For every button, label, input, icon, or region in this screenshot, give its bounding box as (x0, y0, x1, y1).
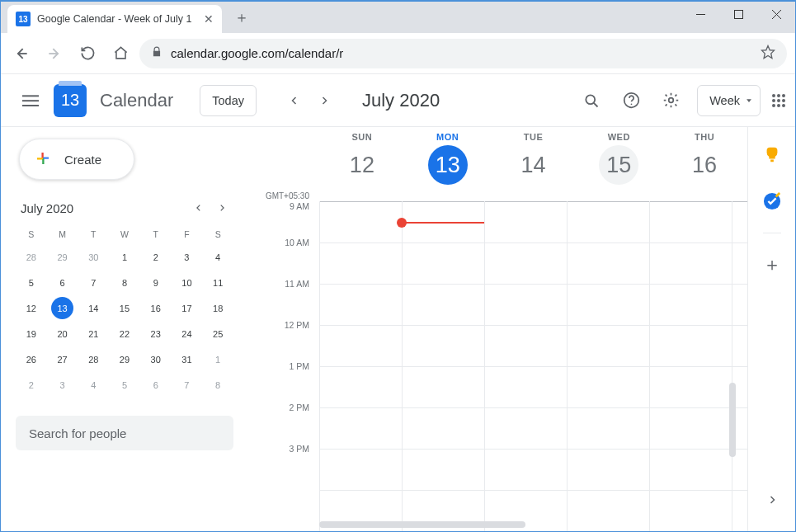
browser-tab[interactable]: 13 Google Calendar - Week of July 1 ✕ (7, 5, 222, 33)
grid-hour-line (319, 242, 747, 243)
bookmark-star-icon[interactable] (761, 45, 775, 63)
mini-day-cell[interactable]: 19 (20, 322, 42, 345)
mini-day-cell[interactable]: 24 (176, 322, 198, 345)
forward-button[interactable] (40, 40, 68, 68)
grid-hour-line (319, 284, 747, 285)
mini-day-cell[interactable]: 8 (207, 374, 229, 396)
mini-day-cell[interactable]: 2 (144, 246, 167, 268)
mini-day-cell[interactable]: 4 (207, 246, 229, 268)
mini-day-cell[interactable]: 29 (113, 348, 135, 370)
tasks-icon[interactable] (756, 185, 789, 218)
view-switcher-button[interactable]: Week (697, 85, 761, 116)
mini-dow-label: S (16, 226, 47, 242)
day-number[interactable]: 14 (513, 145, 553, 185)
day-number[interactable]: 12 (342, 145, 382, 185)
mini-day-cell[interactable]: 8 (113, 271, 135, 294)
mini-day-cell[interactable]: 11 (207, 271, 229, 294)
grid-day-line (319, 201, 320, 531)
mini-day-cell[interactable]: 23 (144, 322, 167, 345)
mini-day-cell[interactable]: 2 (20, 374, 42, 396)
mini-day-cell[interactable]: 16 (144, 297, 167, 319)
mini-day-cell[interactable]: 28 (20, 246, 42, 268)
mini-day-cell[interactable]: 28 (82, 348, 105, 370)
svg-marker-6 (762, 45, 775, 58)
mini-day-cell[interactable]: 15 (113, 297, 135, 319)
day-column-header[interactable]: MON13 (405, 127, 491, 210)
day-number[interactable]: 16 (685, 145, 724, 185)
mini-day-cell[interactable]: 1 (113, 246, 135, 268)
mini-day-cell[interactable]: 26 (20, 348, 42, 370)
hour-label: 9 AM (290, 201, 309, 211)
mini-day-cell[interactable]: 21 (82, 322, 105, 345)
timezone-label: GMT+05:30 (248, 191, 319, 200)
mini-day-cell[interactable]: 9 (144, 271, 167, 294)
calendar-grid[interactable] (319, 201, 747, 531)
mini-day-cell[interactable]: 12 (20, 297, 42, 319)
grid-day-line (567, 201, 568, 531)
collapse-panel-icon[interactable] (756, 483, 789, 516)
day-column-header[interactable]: SUN12 (319, 127, 405, 210)
mini-day-cell[interactable]: 5 (20, 271, 42, 294)
help-icon[interactable] (615, 84, 648, 117)
day-number[interactable]: 15 (599, 145, 638, 185)
tab-favicon: 13 (16, 12, 31, 26)
add-on-plus-icon[interactable]: ＋ (756, 248, 789, 281)
horizontal-scrollbar[interactable] (319, 521, 525, 528)
google-apps-icon[interactable] (772, 94, 787, 107)
prev-period-button[interactable] (280, 86, 309, 115)
mini-next-month-button[interactable] (210, 196, 233, 219)
mini-day-cell[interactable]: 30 (144, 348, 167, 370)
mini-day-cell[interactable]: 5 (113, 374, 135, 396)
search-icon[interactable] (575, 84, 608, 117)
window-close-button[interactable] (757, 2, 795, 26)
new-tab-button[interactable]: ＋ (230, 6, 253, 29)
vertical-scrollbar[interactable] (729, 383, 736, 457)
mini-dow-label: T (78, 226, 109, 242)
mini-day-cell[interactable]: 20 (51, 322, 73, 345)
address-bar[interactable]: calendar.google.com/calendar/r (139, 39, 787, 68)
back-button[interactable] (7, 40, 35, 68)
reload-button[interactable] (73, 40, 101, 68)
mini-day-cell[interactable]: 30 (82, 246, 105, 268)
mini-day-cell[interactable]: 14 (82, 297, 105, 319)
mini-day-cell[interactable]: 4 (82, 374, 105, 396)
window-minimize-button[interactable] (681, 2, 719, 26)
day-column-header[interactable]: WED15 (576, 127, 662, 210)
mini-day-cell[interactable]: 13 (51, 297, 73, 319)
mini-day-cell[interactable]: 22 (113, 322, 135, 345)
settings-gear-icon[interactable] (654, 84, 687, 117)
window-maximize-button[interactable] (719, 2, 757, 26)
day-column-header[interactable]: TUE14 (491, 127, 577, 210)
mini-prev-month-button[interactable] (187, 196, 210, 219)
mini-day-cell[interactable]: 7 (176, 374, 198, 396)
home-button[interactable] (106, 40, 134, 68)
main-menu-icon[interactable] (14, 84, 47, 117)
mini-day-cell[interactable]: 18 (207, 297, 229, 319)
browser-toolbar: calendar.google.com/calendar/r (1, 33, 795, 74)
mini-day-cell[interactable]: 1 (207, 348, 229, 370)
mini-day-cell[interactable]: 29 (51, 246, 73, 268)
hour-label: 12 PM (285, 320, 309, 330)
mini-day-cell[interactable]: 3 (51, 374, 73, 396)
hour-label: 2 PM (289, 403, 309, 412)
day-column-header[interactable]: THU16 (662, 127, 747, 210)
create-button[interactable]: Create (19, 139, 134, 180)
mini-day-cell[interactable]: 17 (176, 297, 198, 319)
mini-day-cell[interactable]: 6 (51, 271, 73, 294)
now-indicator-line (402, 222, 484, 224)
keep-icon[interactable] (756, 139, 789, 172)
mini-day-cell[interactable]: 25 (207, 322, 229, 345)
mini-day-cell[interactable]: 27 (51, 348, 73, 370)
today-button[interactable]: Today (200, 85, 257, 116)
mini-day-cell[interactable]: 7 (82, 271, 105, 294)
mini-day-cell[interactable]: 31 (176, 348, 198, 370)
mini-day-cell[interactable]: 3 (176, 246, 198, 268)
mini-dow-label: F (172, 226, 203, 242)
search-people-input[interactable]: Search for people (16, 416, 233, 450)
mini-day-cell[interactable]: 6 (144, 374, 167, 396)
svg-rect-16 (770, 160, 774, 162)
day-number[interactable]: 13 (428, 145, 468, 185)
next-period-button[interactable] (309, 86, 339, 115)
tab-close-icon[interactable]: ✕ (204, 12, 214, 26)
mini-day-cell[interactable]: 10 (176, 271, 198, 294)
